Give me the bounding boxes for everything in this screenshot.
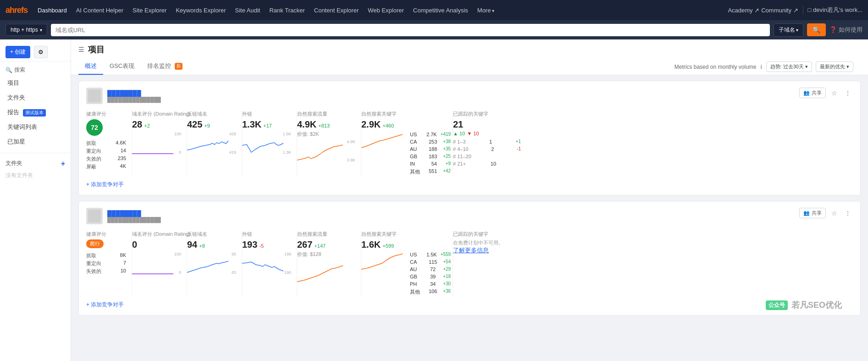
- nav-site-audit[interactable]: Site Audit: [232, 5, 264, 16]
- url-input[interactable]: [51, 24, 770, 36]
- card2-ot-label: 自然搜索流量: [297, 231, 355, 238]
- protocol-dropdown[interactable]: http + https: [6, 24, 47, 36]
- subdomain-dropdown[interactable]: 子域名: [774, 23, 804, 37]
- card1-ot-chart: 4.9K 3.9K: [297, 139, 355, 162]
- sidebar-item-projects[interactable]: 项目: [2, 76, 69, 90]
- card2-star-btn[interactable]: ☆: [829, 209, 839, 218]
- card1-bl-chart: 428 419: [187, 132, 236, 155]
- sidebar-item-folders[interactable]: 文件夹: [2, 91, 69, 105]
- project-card-1: ████████ ███████████████ 👥 共享 ☆ ⋮ 健康评分 7…: [78, 81, 861, 195]
- sidebar-search[interactable]: 🔍 搜索: [0, 64, 71, 76]
- card1-dr-label: 域名评分 (Domain Rating): [132, 111, 181, 117]
- card2-dr-label: 域名评分 (Domain Rating): [132, 231, 181, 238]
- card2-share-btn[interactable]: 👥 共享: [799, 208, 826, 218]
- card1-bl-block: 反链域名 425 +9 428 419: [187, 111, 242, 176]
- card1-el-block: 外链 1.3K +17 1.5K 1.3K: [242, 111, 297, 176]
- sidebar-item-reports[interactable]: 报告 测试版本: [2, 106, 69, 119]
- card2-site-name[interactable]: ████████: [107, 210, 853, 217]
- trend-dropdown[interactable]: 趋势: 过去30天: [766, 61, 812, 72]
- card2-header: ████████ ███████████████ 👥 共享 ☆ ⋮: [86, 208, 853, 224]
- card2-add-competitor[interactable]: + 添加竞争对手: [86, 301, 853, 309]
- card1-tk-block: 已跟踪的关键字 21 ▲ 10 ▼ 10 # 1–3 1 +1: [453, 111, 526, 176]
- reports-badge: 测试版本: [23, 109, 46, 117]
- card2-learn-more-link[interactable]: 了解更多信息: [453, 247, 489, 254]
- card1-tk-total: 21: [453, 119, 521, 130]
- card2-site-info: ████████ ███████████████: [107, 210, 853, 222]
- tab-gsc[interactable]: GSC表现: [103, 59, 141, 75]
- content-header: ☰ 项目 概述 GSC表现 排名监控 新 Metrics based on mo…: [71, 39, 868, 75]
- new-badge: 新: [175, 63, 182, 70]
- content-title-row: ☰ 项目: [78, 44, 861, 55]
- card1-dr-block: 域名评分 (Domain Rating) 28 +2 100 0: [132, 111, 187, 176]
- sidebar-item-starred[interactable]: 已加星: [2, 135, 69, 149]
- nav-keywords-explorer[interactable]: Keywords Explorer: [172, 5, 229, 16]
- card2-ok-block: 自然搜索关键字 1.6K +599 US1.5K+559 CA115+54 AU…: [361, 231, 453, 296]
- nav-divider: [803, 6, 803, 15]
- sidebar-item-keyword-list[interactable]: 关键词列表: [2, 120, 69, 134]
- card2-ok-value: 1.6K +599: [361, 239, 447, 250]
- card2-site-url: ███████████████: [107, 217, 853, 222]
- card1-ok-value: 2.9K +460: [361, 119, 447, 130]
- nav-rank-tracker[interactable]: Rank Tracker: [265, 5, 308, 16]
- card2-health-block: 健康评分 爬行 抓取8K 重定向7 失效的10: [86, 231, 132, 296]
- tab-rank-monitor[interactable]: 排名监控 新: [141, 59, 189, 75]
- nav-web-explorer[interactable]: Web Explorer: [364, 5, 408, 16]
- tabs-row: 概述 GSC表现 排名监控 新: [78, 59, 189, 74]
- card2-el-value: 193 -5: [242, 239, 291, 250]
- card1-star-btn[interactable]: ☆: [829, 89, 839, 98]
- card1-dr-value: 28 +2: [132, 119, 181, 130]
- nav-competitive-analysis[interactable]: Competitive Analysis: [409, 5, 472, 16]
- nav-content-explorer[interactable]: Content Explorer: [310, 5, 363, 16]
- nav-ai-content[interactable]: AI Content Helper: [72, 5, 127, 16]
- card2-ot-block: 自然搜索流量 267 +147 价值: $128: [297, 231, 361, 296]
- nav-site-explorer[interactable]: Site Explorer: [129, 5, 170, 16]
- card1-health-label: 健康评分: [86, 111, 126, 117]
- card1-add-competitor[interactable]: + 添加竞争对手: [86, 181, 853, 189]
- card1-ot-block: 自然搜索流量 4.9K +813 价值: $2K 4.9K 3.9K: [297, 111, 361, 176]
- card2-dr-value: 0: [132, 239, 181, 250]
- add-folder-button[interactable]: +: [61, 160, 65, 168]
- card2-el-label: 外链: [242, 231, 291, 238]
- card1-site-name[interactable]: ████████: [107, 90, 853, 97]
- ahrefs-logo: ahrefs: [6, 6, 28, 15]
- card2-more-btn[interactable]: ⋮: [843, 209, 853, 218]
- sidebar-divider: [0, 153, 71, 153]
- card2-bl-chart: 95 83: [187, 252, 236, 275]
- card2-bl-block: 反链域名 94 +8 95 83: [187, 231, 242, 296]
- no-folder-label: 没有文件夹: [0, 171, 71, 180]
- hamburger-icon[interactable]: ☰: [78, 46, 84, 53]
- card1-share-btn[interactable]: 👥 共享: [799, 88, 826, 98]
- card1-country-table: US2.7K+419 CA253+38 AU188+35 GB183+25 IN…: [410, 131, 451, 176]
- nav-academy[interactable]: Academy ↗: [728, 7, 759, 14]
- nav-community[interactable]: Community ↗: [761, 7, 798, 14]
- metrics-bar: Metrics based on monthly volume ℹ 趋势: 过去…: [667, 59, 861, 75]
- sidebar-folders-title: 文件夹 +: [0, 157, 71, 171]
- card2-tk-label: 已跟踪的关键字: [453, 231, 530, 238]
- nav-more[interactable]: More: [474, 5, 498, 16]
- card1-dr-chart: 100 0: [132, 132, 181, 155]
- help-link[interactable]: ❓ 如何使用: [829, 26, 862, 34]
- settings-button[interactable]: ⚙: [34, 46, 48, 58]
- card1-more-btn[interactable]: ⋮: [843, 89, 853, 98]
- sort-dropdown[interactable]: 最新的优先: [816, 61, 853, 72]
- card1-tk-deltas: ▲ 10 ▼ 10: [453, 131, 521, 136]
- card1-el-label: 外链: [242, 111, 291, 117]
- card2-country-table: US1.5K+559 CA115+54 AU72+29 GB39+18 PH34…: [410, 251, 451, 296]
- card2-actions: 👥 共享 ☆ ⋮: [799, 208, 853, 218]
- card2-not-available: 在免费计划中不可用。: [453, 239, 530, 246]
- search-button[interactable]: 🔍: [807, 23, 826, 36]
- card1-avatar: [86, 88, 103, 104]
- nav-user[interactable]: □ devin若凡's work...: [808, 6, 862, 14]
- card2-el-chart: 199 190: [242, 252, 291, 275]
- create-button[interactable]: + 创建: [6, 46, 30, 58]
- content-area: ☰ 项目 概述 GSC表现 排名监控 新 Metrics based on mo…: [71, 39, 868, 361]
- nav-dashboard[interactable]: Dashboard: [34, 5, 71, 16]
- sidebar-top-actions: + 创建 ⚙: [0, 43, 71, 61]
- card1-ot-value: 4.9K +813: [297, 119, 355, 130]
- card2-health-badge: 爬行: [86, 239, 104, 248]
- tab-overview[interactable]: 概述: [78, 59, 103, 75]
- svg-rect-0: [88, 89, 101, 102]
- project-card-2: ████████ ███████████████ 👥 共享 ☆ ⋮ 健康评分 爬…: [78, 201, 861, 316]
- card1-el-value: 1.3K +17: [242, 119, 291, 130]
- card1-ok-label: 自然搜索关键字: [361, 111, 447, 117]
